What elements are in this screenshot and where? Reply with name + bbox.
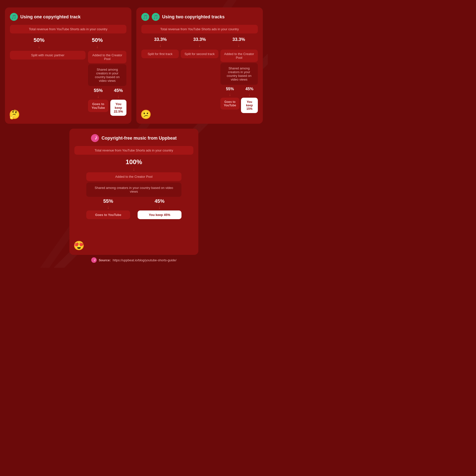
card1-pct-55: 55% — [94, 88, 103, 93]
card1-shared: Shared among creators in your country ba… — [88, 64, 126, 86]
card3-sub-row: 55% ↓ Goes to YouTube 45% ↓ You keep 45% — [86, 198, 181, 219]
card1-pct-row: 50% ↓ 50% ↓ — [10, 37, 126, 50]
card2-pct-55: 55% — [226, 87, 234, 91]
card2-arrow1: ↓ — [159, 43, 162, 48]
card2-split-second: Split for second track — [181, 50, 218, 58]
card1-55-col: 55% ↓ Goes to YouTube — [88, 88, 108, 112]
card1-split-row: Split with music partner Added to the Cr… — [10, 51, 126, 117]
card3-pct-100: 100% — [126, 158, 142, 166]
card2-pct-45: 45% — [245, 87, 253, 91]
card3-shared: Shared among creators in your country ba… — [86, 182, 181, 197]
card1-youtube-box: Goes to YouTube — [88, 100, 108, 112]
card1-pct-left: 50% — [33, 37, 44, 43]
card1-sub-pct-row: 55% ↓ Goes to YouTube 45% ↓ You keep 22.… — [88, 88, 126, 116]
card1-45-col: 45% ↓ You keep 22.5% — [110, 88, 126, 116]
card3-added-pool: Added to the Creator Pool — [86, 172, 181, 181]
card1-right-col: Added to the Creator Pool Shared among c… — [88, 51, 126, 117]
card1-pct-left-block: 50% ↓ — [10, 37, 68, 50]
card2-arrow-55: ↓ — [229, 92, 231, 97]
card2-split-second-col: Split for second track — [181, 50, 218, 58]
card3-title: Copyright-free music from Uppbeat — [101, 136, 177, 141]
card2-arrow3: ↓ — [238, 43, 240, 48]
card1-you-keep: You keep 22.5% — [110, 100, 126, 116]
source-label: Source: — [99, 258, 111, 262]
card2-total-revenue: Total revenue from YouTube Shorts ads in… — [141, 25, 258, 33]
card1-title-row: 🎵 Using one copyrighted track — [10, 13, 126, 21]
card-one-track: 🎵 Using one copyrighted track Total reve… — [5, 7, 131, 124]
card2-title: Using two copyrighted tracks — [162, 14, 225, 20]
card3-55-col: 55% ↓ Goes to YouTube — [86, 198, 130, 219]
card3-pct-45: 45% — [154, 198, 164, 204]
card3-arrow-45: ↓ — [158, 205, 161, 209]
card1-split-music: Split with music partner — [10, 51, 86, 60]
card3-emoji: 😍 — [73, 240, 85, 251]
card2-added-pool: Added to the Creator Pool — [220, 50, 258, 62]
card2-pct2-block: 33.3% ↓ — [180, 37, 219, 49]
card3-total-revenue: Total revenue from YouTube Shorts ads in… — [74, 146, 193, 155]
card-uppbeat: 𝅘𝅥𝅮 Copyright-free music from Uppbeat To… — [69, 129, 198, 255]
card2-pct3: 33.3% — [232, 37, 245, 42]
card2-45-col: 45% ↓ You keep 15% — [241, 87, 258, 113]
card2-55-col: 55% ↓ Goes to YouTube — [220, 87, 240, 110]
card1-arrow-right: ↓ — [96, 44, 98, 49]
card2-split-first: Split for first track — [141, 50, 179, 58]
card2-arrow-45: ↓ — [248, 92, 251, 97]
card2-split-first-col: Split for first track — [141, 50, 179, 58]
card1-title: Using one copyrighted track — [20, 14, 81, 20]
card3-45-col: 45% ↓ You keep 45% — [138, 198, 181, 219]
card1-added-pool: Added to the Creator Pool — [88, 51, 126, 63]
card3-arrow-100: ↓ — [133, 167, 135, 171]
card2-shared: Shared among creators in your country ba… — [220, 63, 258, 85]
card2-pool-col: Added to the Creator Pool Shared among c… — [220, 50, 258, 114]
card2-pct1: 33.3% — [154, 37, 167, 42]
card2-arrow2: ↓ — [199, 43, 201, 48]
card2-pct-row: 33.3% ↓ 33.3% ↓ 33.3% ↓ — [141, 37, 258, 49]
card-two-tracks: 🎵 🎵 Using two copyrighted tracks Total r… — [136, 7, 263, 124]
card1-arrow-left: ↓ — [38, 44, 40, 49]
card3-you-keep: You keep 45% — [138, 210, 181, 219]
card3-pct-55: 55% — [103, 198, 113, 204]
card2-youtube-box: Goes to YouTube — [220, 98, 240, 110]
card2-pct1-block: 33.3% ↓ — [141, 37, 179, 49]
card1-pct-right: 50% — [92, 37, 103, 43]
card3-arrow-55: ↓ — [107, 205, 109, 209]
card1-pct-45: 45% — [114, 88, 123, 93]
card3-youtube-box: Goes to YouTube — [86, 210, 130, 219]
card1-arrow-55: ↓ — [97, 94, 99, 99]
source-row: 𝅘𝅥𝅮 Source: https://uppbeat.io/blog/yout… — [91, 257, 177, 263]
uppbeat-icon: 𝅘𝅥𝅮 — [91, 134, 99, 142]
card2-pct2: 33.3% — [193, 37, 206, 42]
card1-arrow-45: ↓ — [117, 94, 119, 99]
card2-sub-pct-row: 55% ↓ Goes to YouTube 45% ↓ You keep 15% — [220, 87, 258, 113]
card3-flow: 100% ↓ Added to the Creator Pool Shared … — [74, 158, 193, 219]
card1-total-revenue: Total revenue from YouTube Shorts ads in… — [10, 25, 126, 33]
card2-pct3-block: 33.3% ↓ — [220, 37, 258, 49]
source-uppbeat-icon: 𝅘𝅥𝅮 — [91, 257, 97, 263]
music-icon-2a: 🎵 — [141, 13, 149, 21]
source-url: https://uppbeat.io/blog/youtube-shorts-g… — [113, 258, 177, 262]
card2-split-row: Split for first track Split for second t… — [141, 50, 258, 114]
music-icon-1: 🎵 — [10, 13, 18, 21]
music-icon-2b: 🎵 — [152, 13, 160, 21]
card2-you-keep: You keep 15% — [241, 98, 258, 113]
card2-title-row: 🎵 🎵 Using two copyrighted tracks — [141, 13, 258, 21]
card2-emoji: 😕 — [140, 109, 151, 120]
card3-title-row: 𝅘𝅥𝅮 Copyright-free music from Uppbeat — [74, 134, 193, 142]
card1-pct-right-block: 50% ↓ — [68, 37, 126, 50]
card1-emoji: 🤔 — [9, 109, 20, 120]
